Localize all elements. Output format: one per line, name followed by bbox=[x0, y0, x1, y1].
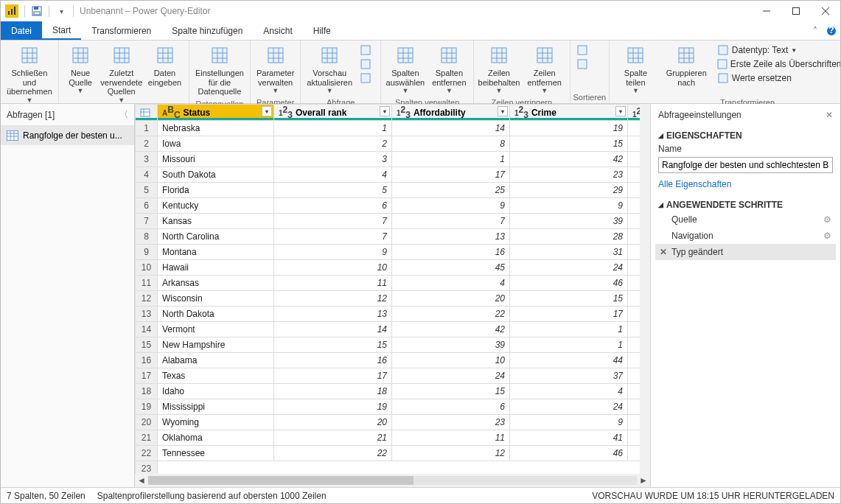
cell[interactable]: 4 bbox=[274, 167, 392, 183]
cell[interactable]: 29 bbox=[510, 183, 628, 198]
table-row[interactable]: 13North Dakota132217 bbox=[136, 307, 641, 322]
cell[interactable]: Hawaii bbox=[158, 260, 274, 276]
cell[interactable]: Wyoming bbox=[158, 415, 274, 430]
column-header[interactable]: 123Overall rank▾ bbox=[274, 105, 392, 121]
cell[interactable]: 9 bbox=[392, 198, 510, 214]
cell[interactable]: 14 bbox=[274, 322, 392, 337]
qat-dropdown-icon[interactable]: ▾ bbox=[52, 2, 70, 20]
table-row[interactable]: 14Vermont14421 bbox=[136, 322, 641, 337]
filter-dropdown-icon[interactable]: ▾ bbox=[498, 106, 508, 116]
ribbon-button[interactable]: Parameter verwalten▼ bbox=[254, 42, 297, 97]
cell[interactable]: 18 bbox=[274, 384, 392, 399]
query-name-input[interactable] bbox=[658, 157, 833, 173]
ribbon-collapse-icon[interactable]: ˄ bbox=[808, 21, 823, 40]
cell[interactable]: 44 bbox=[510, 353, 628, 368]
cell[interactable]: 15 bbox=[392, 384, 510, 399]
ribbon-button[interactable]: Zuletzt verwendete Quellen▼ bbox=[100, 42, 142, 105]
cell[interactable]: 1 bbox=[392, 152, 510, 167]
horizontal-scrollbar[interactable]: ◄ ► bbox=[135, 474, 650, 487]
cell[interactable]: 41 bbox=[510, 430, 628, 446]
cell[interactable]: 19 bbox=[274, 399, 392, 415]
tab-file[interactable]: Datei bbox=[1, 21, 42, 40]
cell[interactable]: 6 bbox=[274, 198, 392, 214]
ribbon-button[interactable]: Spalten entfernen▼ bbox=[428, 42, 471, 97]
table-row[interactable]: 7Kansas7739 bbox=[136, 214, 641, 229]
cell[interactable]: 24 bbox=[392, 368, 510, 384]
cell[interactable]: 24 bbox=[510, 260, 628, 276]
collapse-left-icon[interactable]: 〈 bbox=[119, 108, 128, 121]
cell[interactable]: North Dakota bbox=[158, 307, 274, 322]
cell[interactable]: 31 bbox=[510, 245, 628, 260]
cell[interactable]: 14 bbox=[392, 121, 510, 136]
ribbon-button[interactable]: Neue Quelle▼ bbox=[62, 42, 100, 97]
cell[interactable]: Montana bbox=[158, 245, 274, 260]
tab-view[interactable]: Ansicht bbox=[253, 21, 302, 40]
minimize-button[interactable] bbox=[752, 1, 781, 21]
cell[interactable]: 16 bbox=[392, 245, 510, 260]
filter-dropdown-icon[interactable]: ▾ bbox=[262, 106, 272, 116]
cell[interactable]: 20 bbox=[392, 291, 510, 307]
ribbon-small-button[interactable] bbox=[575, 57, 593, 71]
cell[interactable]: 25 bbox=[392, 183, 510, 198]
ribbon-button[interactable]: Einstellungen für die Datenquelle bbox=[192, 42, 247, 98]
close-button[interactable] bbox=[811, 1, 840, 21]
cell[interactable]: New Hampshire bbox=[158, 337, 274, 353]
cell[interactable]: Arkansas bbox=[158, 276, 274, 291]
all-properties-link[interactable]: Alle Eigenschaften bbox=[651, 178, 840, 195]
cell[interactable]: 12 bbox=[392, 446, 510, 461]
table-row[interactable]: 15New Hampshire15391 bbox=[136, 337, 641, 353]
cell[interactable]: 15 bbox=[274, 337, 392, 353]
cell[interactable]: 45 bbox=[392, 260, 510, 276]
cell[interactable]: 2 bbox=[274, 136, 392, 152]
cell[interactable]: 13 bbox=[274, 307, 392, 322]
cell[interactable]: 11 bbox=[392, 430, 510, 446]
ribbon-small-button[interactable] bbox=[358, 43, 376, 57]
column-header[interactable]: 123Crime▾ bbox=[510, 105, 628, 121]
cell[interactable]: 17 bbox=[274, 368, 392, 384]
table-row[interactable]: 16Alabama161044 bbox=[136, 353, 641, 368]
cell[interactable]: 22 bbox=[274, 446, 392, 461]
cell[interactable]: 37 bbox=[510, 368, 628, 384]
column-header[interactable]: 123Affordability▾ bbox=[392, 105, 510, 121]
gear-icon[interactable]: ⚙ bbox=[823, 214, 831, 225]
table-row[interactable]: 10Hawaii104524 bbox=[136, 260, 641, 276]
cell[interactable]: 39 bbox=[510, 214, 628, 229]
cell[interactable]: 24 bbox=[510, 399, 628, 415]
cell[interactable]: 6 bbox=[392, 399, 510, 415]
table-row[interactable]: 11Arkansas11446 bbox=[136, 276, 641, 291]
cell[interactable]: Iowa bbox=[158, 136, 274, 152]
tab-start[interactable]: Start bbox=[42, 21, 81, 40]
cell[interactable]: Kansas bbox=[158, 214, 274, 229]
ribbon-small-button[interactable] bbox=[575, 43, 593, 57]
cell[interactable]: Kentucky bbox=[158, 198, 274, 214]
table-row[interactable]: 18Idaho18154 bbox=[136, 384, 641, 399]
cell[interactable]: 39 bbox=[392, 337, 510, 353]
cell[interactable]: 5 bbox=[274, 183, 392, 198]
query-item[interactable]: Rangfolge der besten u... bbox=[1, 126, 134, 145]
cell[interactable]: 4 bbox=[392, 276, 510, 291]
column-header[interactable]: ABCStatus▾ bbox=[158, 105, 274, 121]
cell[interactable]: 19 bbox=[510, 121, 628, 136]
scroll-right-icon[interactable]: ► bbox=[637, 475, 650, 486]
cell[interactable]: 1 bbox=[274, 121, 392, 136]
ribbon-small-button[interactable] bbox=[358, 71, 376, 85]
cell[interactable]: 9 bbox=[510, 415, 628, 430]
cell[interactable]: 10 bbox=[274, 260, 392, 276]
table-row[interactable]: 21Oklahoma211141 bbox=[136, 430, 641, 446]
cell[interactable]: Wisconsin bbox=[158, 291, 274, 307]
cell[interactable]: 21 bbox=[274, 430, 392, 446]
cell[interactable]: Tennessee bbox=[158, 446, 274, 461]
save-icon[interactable] bbox=[28, 2, 46, 20]
cell[interactable]: Idaho bbox=[158, 384, 274, 399]
cell[interactable]: Texas bbox=[158, 368, 274, 384]
cell[interactable]: Mississippi bbox=[158, 399, 274, 415]
ribbon-button[interactable]: Zeilen entfernen▼ bbox=[523, 42, 567, 97]
cell[interactable]: Missouri bbox=[158, 152, 274, 167]
ribbon-small-button[interactable] bbox=[358, 57, 376, 71]
ribbon-button[interactable]: Zeilen beibehalten▼ bbox=[477, 42, 521, 97]
cell[interactable]: 23 bbox=[510, 167, 628, 183]
cell[interactable]: 3 bbox=[274, 152, 392, 167]
cell[interactable]: 12 bbox=[274, 291, 392, 307]
cell[interactable]: 15 bbox=[510, 291, 628, 307]
table-row[interactable]: 6Kentucky699 bbox=[136, 198, 641, 214]
